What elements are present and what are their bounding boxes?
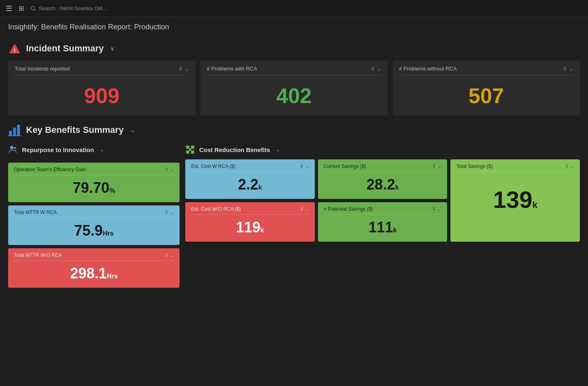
svg-point-10 [14, 147, 16, 149]
tile-value: 298.1Hrs [14, 262, 174, 282]
tile-controls: ⊽ ⌄ [165, 210, 174, 215]
filter-icon[interactable]: ⊽ [165, 210, 168, 215]
page-title: Insightify: Benefits Realisation Report:… [0, 17, 588, 34]
tile-header: Total MTTR W/O RCA ⊽ ⌄ [14, 252, 174, 261]
filter-icon[interactable]: ⊽ [300, 207, 303, 212]
card-header: Total Incidents reported ⊽ ⌄ [15, 66, 189, 75]
filter-icon[interactable]: ⊽ [371, 66, 375, 72]
chevron-icon[interactable]: ⌄ [305, 207, 309, 212]
svg-rect-4 [9, 131, 12, 136]
tile-unit: k [259, 184, 262, 191]
tile-title: + Potential Savings ($) [324, 206, 373, 212]
tile-title: Est. Cost W/O RCA ($) [191, 206, 241, 212]
tile-value: 75.9Hrs [14, 220, 174, 239]
metric-value: 507 [399, 79, 573, 108]
cost-reduction-collapse[interactable]: ⌄ [276, 147, 280, 152]
tile-value: 139k [456, 174, 574, 213]
metric-value: 909 [15, 79, 189, 108]
benefits-columns: Repurpose to Innovation ⌄ Operation Team… [8, 142, 580, 288]
current-savings-tile: Current Savings ($) ⊽ ⌄ 28.2k [318, 159, 448, 199]
chevron-icon[interactable]: ⌄ [185, 66, 189, 72]
filter-icon[interactable]: ⊽ [432, 164, 436, 169]
menu-icon[interactable]: ☰ [6, 4, 12, 13]
cost-reduction-title: Cost Reduction Benefits [199, 146, 270, 153]
total-savings-tile: Total Savings ($) ⊽ ⌄ 139k [450, 159, 580, 242]
chevron-icon[interactable]: ⌄ [170, 167, 174, 172]
tile-value: 28.2k [324, 174, 442, 193]
alert-triangle-icon: ! [8, 42, 21, 55]
chevron-icon[interactable]: ⌄ [377, 66, 381, 72]
tile-controls: ⊽ ⌄ [300, 207, 309, 212]
op-efficiency-tile: Operation Team's Efficiency Gain ⊽ ⌄ 79.… [8, 163, 180, 202]
tile-controls: ⊽ ⌄ [432, 164, 441, 169]
filter-icon[interactable]: ⊽ [300, 164, 303, 169]
repurpose-title: Repurpose to Innovation [22, 146, 94, 153]
chevron-icon[interactable]: ⌄ [438, 207, 441, 212]
problems-with-rca-card: # Problems with RCA ⊽ ⌄ 402 [200, 61, 388, 115]
key-benefits-header: Key Benefits Summary ⌄ [8, 124, 580, 137]
tile-header: Est. Cost W RCA ($) ⊽ ⌄ [191, 163, 309, 172]
problems-without-rca-card: # Problems without RCA ⊽ ⌄ 507 [393, 61, 580, 115]
chevron-icon[interactable]: ⌄ [305, 164, 309, 169]
est-cost-rca-tile: Est. Cost W RCA ($) ⊽ ⌄ 2.2k [185, 159, 315, 199]
filter-icon[interactable]: ⊽ [563, 66, 567, 72]
svg-rect-12 [191, 146, 194, 149]
cost-reduction-column: Cost Reduction Benefits ⌄ Est. Cost W RC… [185, 142, 580, 288]
tile-header: Total Savings ($) ⊽ ⌄ [456, 163, 574, 172]
tile-controls: ⊽ ⌄ [165, 167, 174, 172]
tile-value: 79.70% [14, 177, 174, 196]
key-benefits-section: Key Benefits Summary ⌄ Repurpose to Inno… [8, 124, 580, 288]
card-controls: ⊽ ⌄ [179, 66, 189, 72]
chevron-icon[interactable]: ⌄ [170, 253, 174, 258]
chevron-icon[interactable]: ⌄ [570, 164, 574, 169]
main-content: ! Incident Summary ∨ Total Incidents rep… [0, 34, 588, 292]
tile-unit: k [532, 200, 537, 210]
repurpose-collapse[interactable]: ⌄ [100, 147, 104, 152]
tile-controls: ⊽ ⌄ [432, 207, 441, 212]
grid-icon[interactable]: ⊞ [19, 4, 24, 12]
tile-value: 2.2k [191, 174, 309, 193]
filter-icon[interactable]: ⊽ [165, 253, 168, 258]
card-title: # Problems without RCA [399, 66, 457, 72]
tile-controls: ⊽ ⌄ [300, 164, 309, 169]
card-title: # Problems with RCA [207, 66, 257, 72]
tile-title: Current Savings ($) [324, 163, 366, 169]
tile-controls: ⊽ ⌄ [565, 164, 574, 169]
repurpose-header: Repurpose to Innovation ⌄ [8, 145, 180, 154]
bar-chart-icon [8, 124, 21, 137]
tile-header: + Potential Savings ($) ⊽ ⌄ [324, 206, 442, 215]
chevron-icon[interactable]: ⌄ [438, 164, 441, 169]
svg-point-15 [189, 148, 191, 151]
tile-title: Operation Team's Efficiency Gain [14, 167, 86, 172]
incident-summary-collapse[interactable]: ∨ [110, 45, 114, 52]
cost-reduction-header: Cost Reduction Benefits ⌄ [185, 145, 580, 154]
tile-controls: ⊽ ⌄ [165, 253, 174, 258]
incident-summary-header: ! Incident Summary ∨ [8, 42, 580, 55]
svg-rect-13 [186, 150, 189, 154]
filter-icon[interactable]: ⊽ [165, 167, 168, 172]
svg-text:!: ! [14, 47, 16, 54]
total-mttr-no-rca-tile: Total MTTR W/O RCA ⊽ ⌄ 298.1Hrs [8, 248, 180, 288]
key-benefits-title: Key Benefits Summary [26, 125, 124, 135]
filter-icon[interactable]: ⊽ [179, 66, 182, 72]
svg-rect-6 [17, 125, 20, 136]
filter-icon[interactable]: ⊽ [565, 164, 568, 169]
tile-value: 119k [191, 216, 309, 236]
est-cost-no-rca-tile: Est. Cost W/O RCA ($) ⊽ ⌄ 119k [185, 202, 315, 242]
tile-header: Current Savings ($) ⊽ ⌄ [324, 163, 442, 172]
chevron-icon[interactable]: ⌄ [170, 210, 174, 215]
incident-cards-row: Total Incidents reported ⊽ ⌄ 909 # Probl… [8, 61, 580, 115]
search-bar[interactable]: Search : Nikhil Goenka Old... [31, 5, 107, 11]
tile-unit: Hrs [107, 273, 118, 280]
chevron-icon[interactable]: ⌄ [569, 66, 573, 72]
tile-header: Total MTTR W RCA ⊽ ⌄ [14, 210, 174, 218]
svg-point-0 [31, 6, 35, 10]
tile-title: Total MTTR W/O RCA [14, 252, 62, 258]
total-mttr-rca-tile: Total MTTR W RCA ⊽ ⌄ 75.9Hrs [8, 205, 180, 245]
key-benefits-collapse[interactable]: ⌄ [130, 127, 135, 133]
incident-summary-title: Incident Summary [26, 43, 104, 54]
puzzle-icon [185, 145, 195, 154]
filter-icon[interactable]: ⊽ [432, 207, 436, 212]
person-innovation-icon [8, 145, 18, 154]
svg-rect-5 [13, 128, 16, 136]
